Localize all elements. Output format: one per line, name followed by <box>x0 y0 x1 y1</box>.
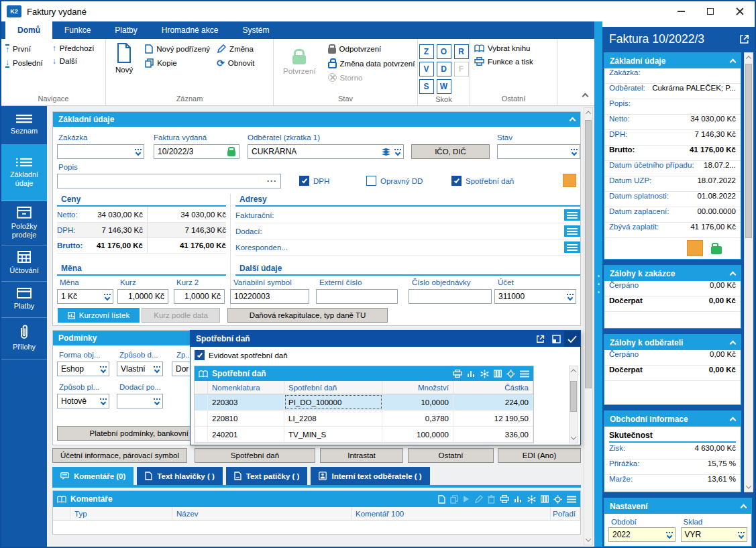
functions-wheel-icon[interactable] <box>527 495 536 504</box>
variabilni-symbol-field[interactable]: 10220003 <box>230 289 309 304</box>
print-icon[interactable] <box>500 495 509 503</box>
ribbon-tab-platby[interactable]: Platby <box>103 21 149 39</box>
faktura-field[interactable]: 10/2022/3 <box>154 144 239 159</box>
collapse-section-icon[interactable] <box>730 58 737 65</box>
intrastat-button[interactable]: Intrastat <box>320 448 403 463</box>
play-icon[interactable] <box>463 495 470 503</box>
address-menu-button[interactable] <box>564 209 580 221</box>
functions-print-button[interactable]: Funkce a tisk <box>474 57 553 66</box>
collapse-section-icon[interactable] <box>730 340 737 347</box>
jump-key-f[interactable]: F <box>454 62 469 76</box>
dropdown-icon[interactable] <box>152 366 159 372</box>
odberatel-field[interactable]: CUKRÁRNA <box>248 144 404 159</box>
new-document-icon[interactable] <box>438 495 445 504</box>
popis-field[interactable]: ··· <box>57 174 281 188</box>
jump-key-s[interactable]: S <box>419 79 434 94</box>
cislo-objednavky-field[interactable] <box>409 289 492 304</box>
ribbon-tab-system[interactable]: Systém <box>230 21 281 39</box>
pencil-icon[interactable] <box>474 495 483 504</box>
ico-dic-button[interactable]: IČO, DIČ <box>411 144 490 159</box>
change-button[interactable]: Změna <box>217 44 254 54</box>
danova-rekapitulace-button[interactable]: Daňová rekapitulace, typ daně TU <box>227 308 388 323</box>
jump-key-z[interactable]: Z <box>419 44 434 59</box>
copy-button[interactable]: Kopie <box>145 58 210 68</box>
collapse-section-icon[interactable] <box>730 417 737 423</box>
tab-komentare[interactable]: Komentáře (0) <box>52 467 133 485</box>
close-button[interactable] <box>725 1 755 21</box>
dph-checkbox[interactable]: DPH <box>299 176 329 186</box>
sidebar-item-zakladni-udaje[interactable]: Základní údaje <box>1 145 47 201</box>
zpusob-platby-field[interactable]: Hotově <box>57 394 109 408</box>
panel-splitter[interactable] <box>594 21 602 547</box>
nav-next-button[interactable]: ↓Další <box>52 57 95 65</box>
external-link-icon[interactable] <box>739 34 749 44</box>
sklad-field[interactable]: VYR <box>681 527 748 542</box>
dropdown-icon[interactable] <box>393 149 400 155</box>
sidebar-item-seznam[interactable]: Seznam <box>1 106 47 145</box>
opravny-dd-checkbox[interactable]: Opravný DD <box>366 176 423 186</box>
evidovat-spotrebni-dan-checkbox[interactable]: Evidovat spotřební daň <box>195 350 288 360</box>
right-panel-scrollbar[interactable] <box>744 52 753 492</box>
dropdown-icon[interactable] <box>570 149 576 155</box>
refresh-button[interactable]: ⟳ Obnovit <box>217 58 254 68</box>
settings-gear-icon[interactable] <box>506 370 515 378</box>
sidebar-item-prilohy[interactable]: Přílohy <box>1 318 47 360</box>
collapse-section-icon[interactable] <box>570 117 576 124</box>
nav-previous-button[interactable]: ↑Předchozí <box>52 44 95 52</box>
forma-objednani-field[interactable]: Eshop <box>57 362 109 376</box>
kurz-field[interactable]: 1,0000 Kč <box>117 289 168 304</box>
dropdown-icon[interactable] <box>565 294 572 300</box>
main-scrollbar[interactable] <box>584 107 593 545</box>
storno-button[interactable]: Storno <box>328 73 415 82</box>
menu-icon[interactable] <box>567 496 576 503</box>
maximize-button[interactable] <box>696 1 725 21</box>
kurzovni-listek-button[interactable]: Kurzovní lístek <box>58 308 140 323</box>
settings-gear-icon[interactable] <box>553 495 562 504</box>
ribbon-tab-funkce[interactable]: Funkce <box>52 21 103 39</box>
new-child-button[interactable]: Nový podřízený <box>145 44 210 54</box>
dock-button[interactable] <box>548 331 564 347</box>
grid-row[interactable]: 220303 PI_DO_100000 10,0000 224,00 <box>195 394 533 410</box>
ucet-field[interactable]: 311000 <box>494 289 576 304</box>
tab-interni-text[interactable]: Interní text odběratele ( ) <box>311 467 429 485</box>
print-icon[interactable] <box>453 370 462 378</box>
zpusob-dopravy-field[interactable]: Vlastní <box>117 362 163 376</box>
spotrebni-dan-button[interactable]: Spotřební daň <box>195 448 315 463</box>
stav-field[interactable] <box>497 144 580 159</box>
sidebar-item-platby[interactable]: Platby <box>1 282 47 318</box>
dropdown-icon[interactable] <box>737 532 743 538</box>
dropdown-icon[interactable] <box>99 366 105 372</box>
address-menu-button[interactable] <box>564 225 580 237</box>
ribbon-tab-hromadne-akce[interactable]: Hromadné akce <box>150 21 231 39</box>
chart-icon[interactable] <box>514 495 523 503</box>
change-confirm-date-button[interactable]: Změna data potvrzení <box>328 58 415 68</box>
jump-key-d[interactable]: D <box>437 62 451 76</box>
nav-first-button[interactable]: ↑První <box>5 44 43 54</box>
jump-key-v[interactable]: V <box>419 62 434 76</box>
zakazka-field[interactable] <box>57 144 144 159</box>
copy-icon[interactable] <box>450 495 458 504</box>
jump-key-o[interactable]: O <box>437 44 451 59</box>
collapse-ribbon-icon[interactable] <box>582 93 589 100</box>
confirm-popup-button[interactable] <box>564 331 580 347</box>
jump-key-w[interactable]: W <box>437 79 451 94</box>
columns-icon[interactable] <box>541 495 549 503</box>
collapse-section-icon[interactable] <box>741 504 747 510</box>
grid-row[interactable]: 220810 LI_2208 0,3780 12 190,50 <box>195 410 533 427</box>
dropdown-icon[interactable] <box>99 398 105 404</box>
jump-key-r[interactable]: R <box>454 44 469 59</box>
collapse-section-icon[interactable] <box>730 271 737 278</box>
dropdown-icon[interactable] <box>152 398 159 404</box>
obdobi-field[interactable]: 2022 <box>608 527 676 542</box>
chart-icon[interactable] <box>467 370 476 378</box>
layers-icon[interactable] <box>382 148 390 156</box>
dropdown-icon[interactable] <box>103 294 109 300</box>
dropdown-icon[interactable] <box>665 532 671 538</box>
tab-text-hlavicky[interactable]: Text hlavičky ( ) <box>137 467 222 485</box>
sidebar-item-uctovani[interactable]: Účtování <box>1 245 47 282</box>
unconfirm-button[interactable]: Odpotvrzení <box>328 44 415 54</box>
trash-icon[interactable] <box>488 495 495 504</box>
externi-cislo-field[interactable] <box>316 289 398 304</box>
select-book-button[interactable]: Vybrat knihu <box>474 44 553 52</box>
more-icon[interactable]: ··· <box>267 176 277 186</box>
